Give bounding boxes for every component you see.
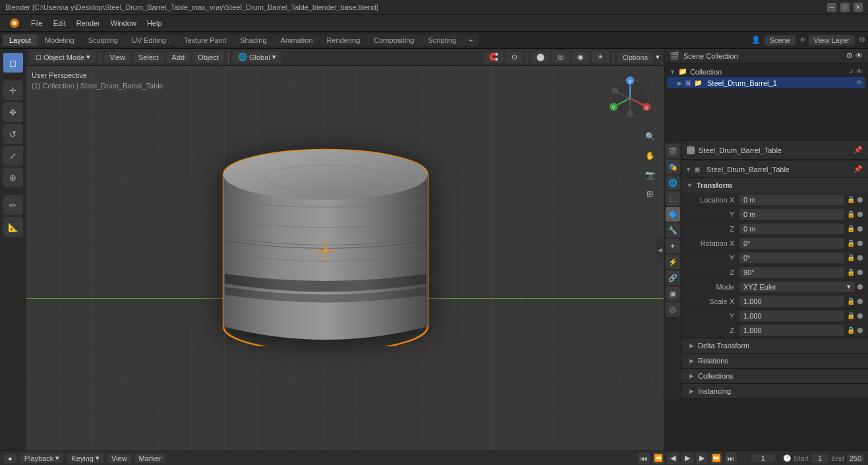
props-tab-scene2[interactable]: 🌐 (666, 175, 680, 190)
collection-eye[interactable]: 👁 (856, 68, 863, 75)
camera-view[interactable]: 📷 (641, 166, 658, 183)
props-tab-material[interactable]: ◎ (666, 302, 680, 317)
scale-z-field[interactable]: 1.000 (739, 325, 844, 336)
rotation-z-lock[interactable]: 🔒 (847, 268, 855, 276)
menu-blender[interactable] (4, 16, 25, 30)
outliner-eye-icon[interactable]: 👁 (855, 51, 863, 60)
rotation-y-lock[interactable]: 🔒 (847, 254, 855, 261)
viewlayer-selector[interactable]: View Layer (809, 35, 855, 46)
props-tab-world[interactable]: ⬚ (666, 191, 680, 206)
hand-tool[interactable]: ✋ (641, 147, 658, 164)
scale-x-field[interactable]: 1.000 (739, 296, 844, 307)
outliner-item-barrel[interactable]: ▶ ▣ 📁 Steel_Drum_Barrel_1 👁 (667, 77, 865, 88)
viewport[interactable]: ◻ Object Mode ▾ View Select Add Object 🌐… (26, 49, 664, 450)
object-menu[interactable]: Object (192, 52, 224, 63)
tool-annotate[interactable]: ✏ (3, 195, 23, 215)
viewport-shading-solid[interactable]: ⬤ (531, 51, 550, 63)
viewport-shading-material[interactable]: ◉ (572, 51, 589, 63)
global-selector[interactable]: 🌐 Global ▾ (233, 51, 281, 63)
next-keyframe-button[interactable]: ⏩ (710, 452, 722, 464)
start-frame[interactable]: 1 (811, 454, 828, 463)
add-menu[interactable]: Add (167, 52, 190, 63)
outliner-item-collection[interactable]: ▼ 📁 Collection ✓ 👁 (667, 66, 865, 77)
menu-file[interactable]: File (26, 18, 47, 28)
location-x-field[interactable]: 0 m (739, 195, 844, 205)
timeline-marker-dot[interactable]: ● (4, 454, 16, 463)
location-y-lock[interactable]: 🔒 (847, 210, 855, 218)
pin-icon[interactable]: 📌 (854, 146, 863, 154)
select-menu[interactable]: Select (133, 52, 164, 63)
tool-transform[interactable]: ⊕ (3, 168, 23, 187)
viewport-shading-wire[interactable]: ◎ (552, 51, 569, 63)
object-name[interactable]: Steel_Drum_Barrel_Table (699, 146, 850, 154)
playback-menu[interactable]: Playback ▾ (20, 453, 64, 463)
grid-view[interactable]: ⊞ (641, 185, 658, 202)
data-pin-icon[interactable]: 📌 (854, 165, 863, 173)
menu-help[interactable]: Help (142, 18, 167, 28)
maximize-button[interactable]: □ (840, 3, 850, 12)
props-tab-object[interactable]: 🔷 (666, 207, 680, 222)
close-button[interactable]: ✕ (854, 3, 863, 12)
props-tab-modifier[interactable]: 🔧 (666, 223, 680, 237)
viewport-options[interactable]: Options (618, 52, 653, 63)
location-z-lock[interactable]: 🔒 (847, 225, 855, 232)
tab-uv-editing[interactable]: UV Editing , (125, 34, 177, 46)
tool-cursor[interactable]: ✛ (3, 80, 23, 100)
props-tab-scene[interactable]: 🎬 (666, 144, 680, 158)
play-button[interactable]: ▶ (681, 452, 693, 464)
tab-sculpting[interactable]: Sculpting (82, 34, 125, 46)
scale-z-lock[interactable]: 🔒 (847, 326, 855, 334)
view-menu[interactable]: View (104, 52, 130, 63)
location-z-field[interactable]: 0 m (739, 224, 844, 234)
scale-y-lock[interactable]: 🔒 (847, 312, 855, 319)
prev-keyframe-button[interactable]: ⏪ (652, 452, 664, 464)
rotation-x-field[interactable]: 0° (739, 238, 844, 249)
location-x-lock[interactable]: 🔒 (847, 196, 855, 203)
add-workspace-button[interactable]: + (463, 34, 478, 46)
minimize-button[interactable]: ─ (827, 3, 836, 12)
next-frame-button[interactable]: ▶ (696, 452, 708, 464)
collection-check[interactable]: ✓ (849, 68, 854, 75)
tool-scale[interactable]: ⤢ (3, 146, 23, 166)
outliner-filter-icon[interactable]: ⚙ (846, 51, 853, 60)
view-menu-tl[interactable]: View (107, 454, 131, 463)
current-frame[interactable]: 1 (757, 454, 770, 462)
tool-select[interactable]: ◻ (3, 53, 23, 73)
filter-icon[interactable]: ⚙ (859, 36, 865, 44)
scene-selector[interactable]: Scene (765, 35, 796, 46)
end-frame[interactable]: 250 (847, 454, 864, 463)
object-mode-selector[interactable]: ◻ Object Mode ▾ (30, 51, 96, 63)
barrel-eye[interactable]: 👁 (856, 79, 863, 86)
tool-rotate[interactable]: ↺ (3, 124, 23, 144)
go-start-button[interactable]: ⏮ (638, 452, 650, 464)
tab-modeling[interactable]: Modeling (38, 34, 81, 46)
props-tab-renderlayer[interactable]: 🎭 (666, 160, 680, 174)
transform-header[interactable]: ▼ Transform (681, 178, 868, 193)
tab-animation[interactable]: Animation (274, 34, 320, 46)
props-tab-data[interactable]: ▣ (666, 286, 680, 301)
menu-edit[interactable]: Edit (49, 18, 71, 28)
collections-header[interactable]: ▶ Collections (681, 369, 868, 383)
rotation-z-field[interactable]: 90° (739, 267, 844, 278)
tab-shading[interactable]: Shading (233, 34, 273, 46)
go-end-button[interactable]: ⏭ (725, 452, 737, 464)
rotation-y-field[interactable]: 0° (739, 253, 844, 263)
data-dropdown-icon[interactable]: ▾ (687, 166, 690, 173)
props-tab-physics[interactable]: ⚡ (666, 255, 680, 269)
tool-measure[interactable]: 📐 (3, 217, 23, 237)
viewport-gizmo[interactable]: Z X Y (607, 75, 653, 121)
rotation-mode-select[interactable]: XYZ Euler ▾ (739, 282, 855, 292)
props-tab-constraints[interactable]: 🔗 (666, 270, 680, 285)
proportional-toggle[interactable]: ⊙ (506, 51, 523, 63)
tab-compositing[interactable]: Compositing (367, 34, 420, 46)
zoom-in-button[interactable]: 🔍 (641, 128, 658, 145)
props-tab-particles[interactable]: ✦ (666, 239, 680, 253)
tab-scripting[interactable]: Scripting (421, 34, 463, 46)
panel-collapse[interactable]: ◀ (656, 237, 664, 263)
menu-window[interactable]: Window (106, 18, 141, 28)
viewport-shading-rendered[interactable]: ☀ (592, 51, 609, 63)
tab-layout[interactable]: Layout (3, 34, 38, 46)
prev-frame-button[interactable]: ◀ (667, 452, 679, 464)
scale-x-lock[interactable]: 🔒 (847, 297, 855, 305)
location-y-field[interactable]: 0 m (739, 209, 844, 220)
